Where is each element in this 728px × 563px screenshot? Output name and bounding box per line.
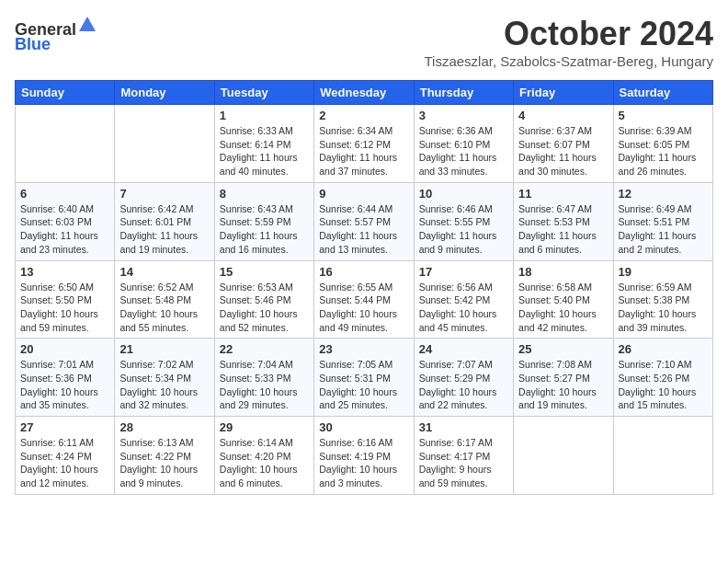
day-info: Sunrise: 7:10 AM Sunset: 5:26 PM Dayligh… — [619, 358, 708, 412]
logo-blue-text: Blue — [15, 35, 51, 53]
day-info: Sunrise: 6:16 AM Sunset: 4:19 PM Dayligh… — [319, 436, 408, 490]
calendar-cell: 9Sunrise: 6:44 AM Sunset: 5:57 PM Daylig… — [314, 182, 414, 260]
day-number: 25 — [518, 342, 608, 356]
calendar-cell: 16Sunrise: 6:55 AM Sunset: 5:44 PM Dayli… — [314, 260, 414, 339]
day-number: 10 — [419, 187, 508, 201]
day-info: Sunrise: 7:04 AM Sunset: 5:33 PM Dayligh… — [220, 358, 309, 412]
day-number: 24 — [419, 342, 508, 356]
logo: General Blue — [15, 15, 97, 54]
day-number: 6 — [20, 187, 109, 201]
header-friday: Friday — [514, 81, 613, 105]
header-thursday: Thursday — [414, 81, 513, 105]
calendar-cell: 3Sunrise: 6:36 AM Sunset: 6:10 PM Daylig… — [414, 105, 513, 183]
day-number: 14 — [119, 265, 209, 279]
calendar-cell — [115, 105, 214, 183]
day-number: 27 — [20, 420, 109, 434]
calendar-cell: 29Sunrise: 6:14 AM Sunset: 4:20 PM Dayli… — [214, 417, 313, 495]
day-number: 5 — [619, 109, 708, 122]
weekday-header-row: Sunday Monday Tuesday Wednesday Thursday… — [16, 81, 713, 105]
day-number: 17 — [419, 265, 508, 279]
day-info: Sunrise: 6:36 AM Sunset: 6:10 PM Dayligh… — [419, 124, 508, 178]
day-info: Sunrise: 6:52 AM Sunset: 5:48 PM Dayligh… — [119, 281, 209, 335]
day-info: Sunrise: 6:39 AM Sunset: 6:05 PM Dayligh… — [619, 124, 708, 178]
day-info: Sunrise: 6:55 AM Sunset: 5:44 PM Dayligh… — [319, 281, 408, 335]
calendar-cell: 15Sunrise: 6:53 AM Sunset: 5:46 PM Dayli… — [214, 260, 313, 339]
day-info: Sunrise: 6:46 AM Sunset: 5:55 PM Dayligh… — [419, 202, 508, 257]
day-info: Sunrise: 6:34 AM Sunset: 6:12 PM Dayligh… — [319, 124, 408, 178]
day-number: 19 — [619, 265, 708, 279]
calendar-cell: 17Sunrise: 6:56 AM Sunset: 5:42 PM Dayli… — [414, 260, 513, 339]
day-number: 1 — [220, 109, 309, 122]
day-number: 30 — [319, 420, 408, 434]
day-number: 2 — [319, 109, 408, 122]
day-number: 22 — [220, 342, 309, 356]
day-info: Sunrise: 6:59 AM Sunset: 5:38 PM Dayligh… — [619, 281, 708, 335]
day-info: Sunrise: 6:56 AM Sunset: 5:42 PM Dayligh… — [419, 281, 508, 335]
day-number: 9 — [319, 187, 408, 201]
day-info: Sunrise: 6:47 AM Sunset: 5:53 PM Dayligh… — [518, 202, 608, 257]
location-subtitle: Tiszaeszlar, Szabolcs-Szatmar-Bereg, Hun… — [424, 53, 713, 69]
calendar-cell: 23Sunrise: 7:05 AM Sunset: 5:31 PM Dayli… — [314, 339, 414, 417]
calendar-cell: 13Sunrise: 6:50 AM Sunset: 5:50 PM Dayli… — [16, 260, 115, 339]
calendar-cell: 21Sunrise: 7:02 AM Sunset: 5:34 PM Dayli… — [115, 339, 214, 417]
calendar-cell: 2Sunrise: 6:34 AM Sunset: 6:12 PM Daylig… — [314, 105, 414, 183]
day-number: 26 — [619, 342, 708, 356]
calendar-cell: 11Sunrise: 6:47 AM Sunset: 5:53 PM Dayli… — [514, 182, 613, 260]
header-wednesday: Wednesday — [314, 81, 414, 105]
header-sunday: Sunday — [16, 81, 115, 105]
calendar-week-row: 6Sunrise: 6:40 AM Sunset: 6:03 PM Daylig… — [16, 182, 713, 260]
header-monday: Monday — [115, 81, 214, 105]
calendar-cell: 5Sunrise: 6:39 AM Sunset: 6:05 PM Daylig… — [613, 105, 712, 183]
day-info: Sunrise: 6:11 AM Sunset: 4:24 PM Dayligh… — [20, 436, 109, 490]
day-number: 3 — [419, 109, 508, 122]
calendar-cell: 27Sunrise: 6:11 AM Sunset: 4:24 PM Dayli… — [16, 417, 115, 495]
day-info: Sunrise: 6:33 AM Sunset: 6:14 PM Dayligh… — [220, 124, 309, 178]
calendar-cell: 26Sunrise: 7:10 AM Sunset: 5:26 PM Dayli… — [613, 339, 712, 417]
header-tuesday: Tuesday — [214, 81, 313, 105]
calendar-cell: 19Sunrise: 6:59 AM Sunset: 5:38 PM Dayli… — [613, 260, 712, 339]
day-number: 12 — [619, 187, 708, 201]
day-info: Sunrise: 6:40 AM Sunset: 6:03 PM Dayligh… — [20, 202, 109, 257]
calendar-cell: 30Sunrise: 6:16 AM Sunset: 4:19 PM Dayli… — [314, 417, 414, 495]
calendar-table: Sunday Monday Tuesday Wednesday Thursday… — [15, 80, 713, 495]
day-number: 23 — [319, 342, 408, 356]
month-title: October 2024 — [424, 15, 713, 53]
day-number: 11 — [518, 187, 608, 201]
calendar-cell: 10Sunrise: 6:46 AM Sunset: 5:55 PM Dayli… — [414, 182, 513, 260]
day-number: 28 — [119, 420, 209, 434]
day-info: Sunrise: 6:50 AM Sunset: 5:50 PM Dayligh… — [20, 281, 109, 335]
day-info: Sunrise: 7:01 AM Sunset: 5:36 PM Dayligh… — [20, 358, 109, 412]
day-info: Sunrise: 6:44 AM Sunset: 5:57 PM Dayligh… — [319, 202, 408, 257]
calendar-cell: 22Sunrise: 7:04 AM Sunset: 5:33 PM Dayli… — [214, 339, 313, 417]
day-number: 16 — [319, 265, 408, 279]
day-number: 4 — [518, 109, 608, 122]
day-info: Sunrise: 6:17 AM Sunset: 4:17 PM Dayligh… — [419, 436, 508, 490]
logo-icon — [77, 15, 97, 35]
svg-marker-0 — [79, 17, 96, 31]
day-number: 31 — [419, 420, 508, 434]
day-info: Sunrise: 7:05 AM Sunset: 5:31 PM Dayligh… — [319, 358, 408, 412]
day-info: Sunrise: 6:53 AM Sunset: 5:46 PM Dayligh… — [220, 281, 309, 335]
calendar-week-row: 27Sunrise: 6:11 AM Sunset: 4:24 PM Dayli… — [16, 417, 713, 495]
calendar-cell: 6Sunrise: 6:40 AM Sunset: 6:03 PM Daylig… — [16, 182, 115, 260]
calendar-cell: 12Sunrise: 6:49 AM Sunset: 5:51 PM Dayli… — [613, 182, 712, 260]
day-number: 8 — [220, 187, 309, 201]
calendar-cell: 31Sunrise: 6:17 AM Sunset: 4:17 PM Dayli… — [414, 417, 513, 495]
day-number: 15 — [220, 265, 309, 279]
calendar-cell: 4Sunrise: 6:37 AM Sunset: 6:07 PM Daylig… — [514, 105, 613, 183]
day-info: Sunrise: 6:58 AM Sunset: 5:40 PM Dayligh… — [518, 281, 608, 335]
calendar-cell: 24Sunrise: 7:07 AM Sunset: 5:29 PM Dayli… — [414, 339, 513, 417]
day-info: Sunrise: 7:02 AM Sunset: 5:34 PM Dayligh… — [119, 358, 209, 412]
calendar-cell: 8Sunrise: 6:43 AM Sunset: 5:59 PM Daylig… — [214, 182, 313, 260]
calendar-cell: 28Sunrise: 6:13 AM Sunset: 4:22 PM Dayli… — [115, 417, 214, 495]
header-saturday: Saturday — [613, 81, 712, 105]
day-info: Sunrise: 7:08 AM Sunset: 5:27 PM Dayligh… — [518, 358, 608, 412]
calendar-cell — [613, 417, 712, 495]
calendar-cell: 25Sunrise: 7:08 AM Sunset: 5:27 PM Dayli… — [514, 339, 613, 417]
day-info: Sunrise: 7:07 AM Sunset: 5:29 PM Dayligh… — [419, 358, 508, 412]
calendar-cell — [514, 417, 613, 495]
calendar-week-row: 20Sunrise: 7:01 AM Sunset: 5:36 PM Dayli… — [16, 339, 713, 417]
day-number: 21 — [119, 342, 209, 356]
day-info: Sunrise: 6:43 AM Sunset: 5:59 PM Dayligh… — [220, 202, 309, 257]
calendar-cell: 20Sunrise: 7:01 AM Sunset: 5:36 PM Dayli… — [16, 339, 115, 417]
